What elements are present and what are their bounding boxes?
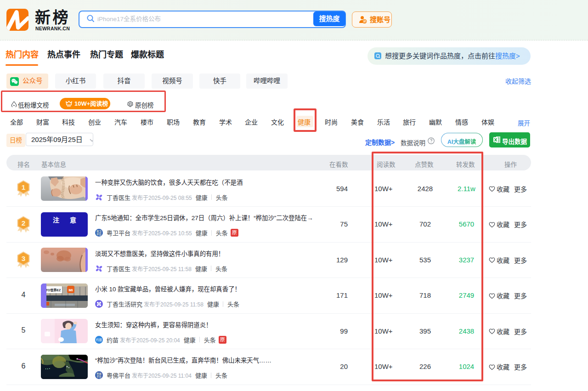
svg-text:MI: MI — [69, 288, 73, 292]
svg-text:1: 1 — [22, 183, 26, 191]
svg-text:TO世界EZ: TO世界EZ — [46, 288, 61, 292]
svg-text:平台: 平台 — [96, 232, 102, 236]
svg-text:意: 意 — [70, 216, 76, 224]
svg-text:平台: 平台 — [96, 375, 102, 379]
svg-text:约苗: 约苗 — [96, 338, 102, 342]
svg-text:2: 2 — [22, 219, 26, 227]
svg-text:3: 3 — [22, 255, 26, 262]
svg-text:注: 注 — [53, 216, 59, 224]
